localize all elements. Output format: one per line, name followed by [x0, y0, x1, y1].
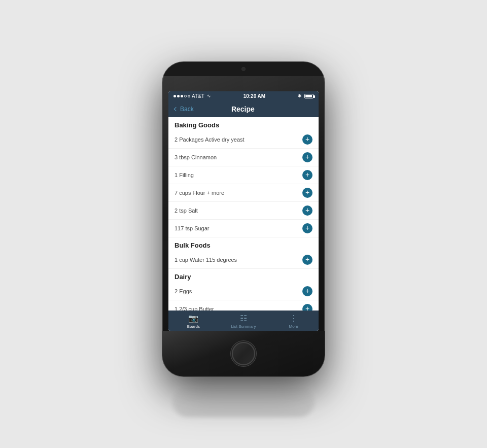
add-ingredient-button[interactable] — [302, 223, 312, 233]
list-summary-tab-label: List Summary — [231, 324, 256, 329]
ingredient-text: 2 tsp Salt — [175, 208, 298, 214]
status-left: AT&T ∿ — [173, 93, 211, 99]
add-ingredient-button[interactable] — [302, 170, 312, 180]
boards-icon: 📷 — [188, 314, 198, 323]
battery-icon — [304, 94, 314, 98]
status-time: 10:20 AM — [244, 93, 266, 99]
ingredient-text: 2 Packages Active dry yeast — [175, 136, 298, 143]
ingredient-row: 1 cup Water 115 degrees — [168, 251, 319, 269]
signal-dot-3 — [181, 95, 183, 97]
add-ingredient-button[interactable] — [302, 134, 312, 145]
ingredient-row: 2 Packages Active dry yeast — [168, 131, 319, 149]
back-button[interactable]: Back — [175, 106, 194, 113]
content-area: Baking Goods2 Packages Active dry yeast3… — [168, 117, 319, 311]
ingredient-row: 3 tbsp Cinnamon — [168, 149, 319, 166]
signal-dot-4 — [184, 95, 187, 97]
ingredient-text: 1 Filling — [175, 172, 298, 178]
more-tab-label: More — [289, 324, 298, 329]
tab-list-summary[interactable]: ☷ List Summary — [219, 314, 269, 329]
add-ingredient-button[interactable] — [302, 304, 312, 311]
ingredient-text: 7 cups Flour + more — [175, 190, 298, 196]
section-header-1: Bulk Foods — [168, 237, 319, 251]
list-summary-icon: ☷ — [240, 314, 247, 323]
battery-fill — [305, 95, 312, 97]
tab-boards[interactable]: 📷 Boards — [168, 314, 219, 329]
signal-dot-5 — [188, 95, 190, 97]
ingredient-row: 2 tsp Salt — [168, 202, 319, 220]
ingredient-row: 2 Eggs — [168, 283, 319, 300]
signal-bars — [173, 95, 190, 97]
ingredient-text: 117 tsp Sugar — [175, 225, 298, 231]
more-icon: ⋮ — [290, 314, 298, 323]
home-button[interactable] — [232, 342, 255, 365]
section-header-0: Baking Goods — [168, 117, 319, 131]
ingredient-text: 1 cup Water 115 degrees — [175, 257, 298, 263]
status-bar: AT&T ∿ 10:20 AM ✱ — [168, 91, 319, 101]
add-ingredient-button[interactable] — [302, 188, 312, 198]
signal-dot-2 — [177, 95, 180, 97]
ingredient-text: 3 tbsp Cinnamon — [175, 154, 298, 160]
ingredient-row: 117 tsp Sugar — [168, 220, 319, 237]
wifi-icon: ∿ — [207, 93, 211, 98]
phone-reflection — [172, 387, 315, 417]
back-label: Back — [180, 106, 194, 113]
phone-body: AT&T ∿ 10:20 AM ✱ Back Recipe — [162, 62, 325, 376]
ingredient-row: 7 cups Flour + more — [168, 184, 319, 202]
tab-more[interactable]: ⋮ More — [268, 314, 319, 329]
phone-bottom — [162, 331, 325, 376]
ingredient-row: 1 Filling — [168, 166, 319, 184]
camera-area — [162, 62, 325, 76]
bluetooth-icon: ✱ — [298, 93, 302, 98]
phone-mockup: AT&T ∿ 10:20 AM ✱ Back Recipe — [162, 62, 325, 387]
boards-tab-label: Boards — [187, 324, 200, 329]
add-ingredient-button[interactable] — [302, 152, 312, 162]
page-title: Recipe — [194, 105, 292, 113]
carrier-label: AT&T — [192, 93, 204, 99]
section-header-2: Dairy — [168, 269, 319, 283]
ingredient-text: 1 2/3 cup Butter — [175, 306, 298, 311]
camera-dot — [241, 67, 246, 71]
add-ingredient-button[interactable] — [302, 255, 312, 265]
add-ingredient-button[interactable] — [302, 286, 312, 296]
status-right: ✱ — [298, 93, 314, 98]
signal-dot-1 — [173, 95, 176, 97]
chevron-left-icon — [174, 107, 178, 111]
nav-bar: Back Recipe — [168, 101, 319, 117]
sections-container: Baking Goods2 Packages Active dry yeast3… — [168, 117, 319, 311]
add-ingredient-button[interactable] — [302, 205, 312, 216]
phone-screen: AT&T ∿ 10:20 AM ✱ Back Recipe — [168, 91, 319, 331]
ingredient-text: 2 Eggs — [175, 288, 298, 294]
tab-bar: 📷 Boards ☷ List Summary ⋮ More — [168, 311, 319, 331]
ingredient-row: 1 2/3 cup Butter — [168, 300, 319, 311]
